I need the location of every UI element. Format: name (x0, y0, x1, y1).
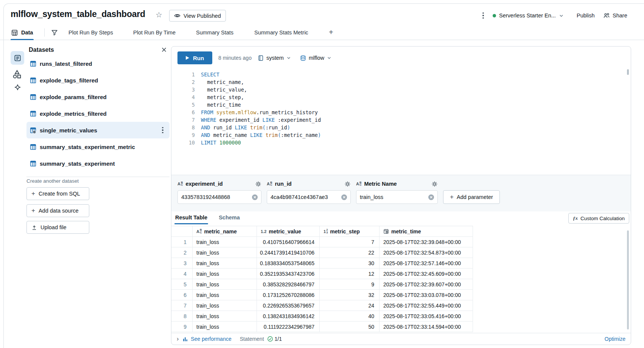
metric-name-input[interactable]: train_loss ✕ (356, 190, 438, 204)
table-cell: 30 (320, 258, 380, 268)
sql-editor[interactable]: 1SELECT2 metric_name,3 metric_value,4 me… (171, 71, 622, 146)
dataset-table-icon (30, 110, 36, 117)
column-header-metric-name[interactable]: ABC metric_name (193, 226, 257, 236)
parameter-label-group: ABC experiment_id (177, 180, 261, 188)
dataset-item[interactable]: summary_stats_experiment (26, 155, 170, 172)
run-id-input[interactable]: 4ca4b98741ce4367ae3 ✕ (267, 190, 351, 204)
people-icon (603, 12, 610, 19)
favorite-star-icon[interactable]: ☆ (156, 10, 162, 19)
column-header-metric-step[interactable]: 123 metric_step (320, 226, 380, 236)
clear-icon[interactable]: ✕ (341, 194, 347, 200)
schema-selector[interactable]: mlflow (300, 51, 331, 64)
editor-scrollbar[interactable] (627, 69, 629, 75)
table-row[interactable]: 6train_loss0.1731252670288086322025-08-1… (171, 290, 473, 300)
experiment-id-input[interactable]: 4335783192448868 ✕ (177, 190, 261, 204)
table-row[interactable]: 4train_loss0.35219353437423706122025-08-… (171, 269, 473, 279)
table-scrollbar[interactable] (627, 230, 629, 329)
row-number: 6 (171, 290, 193, 300)
table-row[interactable]: 8train_loss0.1382431834936142402025-08-1… (171, 311, 473, 322)
code-line: 5 metric_time (171, 101, 622, 109)
optimize-link[interactable]: Optimize (605, 336, 625, 342)
close-icon[interactable] (161, 47, 167, 53)
table-cell: 2025-08-17T02:32:45.609+00:00 (380, 269, 473, 279)
rail-datasets-button[interactable] (11, 51, 24, 65)
catalog-selector[interactable]: system (258, 51, 291, 64)
table-row[interactable]: 5train_loss0.385328292846679792025-08-17… (171, 279, 473, 290)
environment-selector[interactable]: Serverless Starter En... (493, 10, 564, 21)
dataset-item[interactable]: summary_stats_experiment_metric (26, 138, 170, 155)
table-row[interactable]: 7train_loss0.2269265353679657242025-08-1… (171, 300, 473, 311)
tab-summary-stats-metric[interactable]: Summary Stats Metric (254, 25, 308, 40)
tab-result-table[interactable]: Result Table (175, 211, 207, 224)
more-options-icon[interactable] (479, 10, 487, 21)
table-cell: 2025-08-17T02:32:39.048+00:00 (380, 237, 473, 247)
column-header-metric-time[interactable]: metric_time (380, 226, 473, 236)
code-line: 1SELECT (171, 71, 622, 78)
text-type-icon: ABC (177, 182, 183, 186)
table-cell: 2025-08-17T02:32:57.146+00:00 (380, 258, 473, 268)
table-icon (11, 30, 18, 36)
table-cell: 12 (320, 269, 380, 279)
add-data-source-button[interactable]: + Add data source (26, 204, 89, 217)
dataset-item[interactable]: runs_latest_filtered (26, 55, 170, 72)
clear-icon[interactable]: ✕ (428, 194, 434, 200)
tab-data[interactable]: Data (11, 25, 34, 40)
eye-icon (174, 12, 180, 19)
page-title: mlflow_system_table_dashboard (11, 9, 145, 19)
bar-chart-icon (182, 336, 188, 342)
tab-summary-stats[interactable]: Summary Stats (196, 25, 233, 40)
row-number: 7 (171, 300, 193, 311)
table-header-row: ABC metric_name 1.2 metric_value 123 met… (171, 226, 473, 237)
table-row[interactable]: 9train_loss0.1119222342967987502025-08-1… (171, 322, 473, 332)
publish-button[interactable]: Publish (577, 10, 595, 21)
dataset-item-selected[interactable]: single_metric_values (26, 122, 170, 138)
gear-icon[interactable] (344, 181, 351, 187)
dataset-item[interactable]: explode_metrics_filtered (26, 105, 170, 122)
last-run-timestamp: 8 minutes ago (218, 51, 252, 64)
table-cell: train_loss (193, 322, 257, 332)
table-cell: 0.4107516407966614 (257, 237, 320, 247)
run-button[interactable]: Run (177, 51, 212, 64)
line-number: 3 (171, 86, 195, 93)
integer-type-icon: 123 (324, 229, 328, 234)
expand-chevron-icon[interactable]: › (177, 336, 179, 342)
parameters-section: ABC experiment_id ABC run_id ABC Metric … (171, 175, 631, 211)
table-cell: 9 (320, 279, 380, 289)
table-row[interactable]: 3train_loss0.18383340537548065302025-08-… (171, 258, 473, 269)
table-cell: 7 (320, 237, 380, 247)
tab-schema[interactable]: Schema (219, 211, 240, 224)
create-from-sql-button[interactable]: + Create from SQL (26, 187, 89, 200)
table-row[interactable]: 1train_loss0.410751640796661472025-08-17… (171, 237, 473, 247)
filter-funnel-icon[interactable] (51, 29, 58, 36)
code-line: 9AND metric_name LIKE trim(:metric_name) (171, 131, 622, 139)
rail-assistant-button[interactable] (13, 84, 22, 92)
line-number: 5 (171, 101, 195, 109)
code-line: 6FROM system.mlflow.run_metrics_history (171, 109, 622, 116)
gear-icon[interactable] (431, 181, 438, 187)
share-button[interactable]: Share (603, 10, 627, 21)
sparkle-icon (13, 84, 22, 92)
view-published-button[interactable]: View Published (169, 10, 226, 22)
dataset-item[interactable]: explode_params_filtered (26, 89, 170, 105)
tab-plot-run-by-steps[interactable]: Plot Run By Steps (68, 25, 113, 40)
column-header-metric-value[interactable]: 1.2 metric_value (257, 226, 320, 236)
gear-icon[interactable] (255, 181, 261, 187)
dataset-kebab-icon[interactable] (159, 126, 166, 135)
table-row[interactable]: 2train_loss0.24417391419410706222025-08-… (171, 247, 473, 258)
clear-icon[interactable]: ✕ (252, 194, 258, 200)
table-cell: 50 (320, 322, 380, 332)
statement-status: 1/1 (267, 336, 282, 342)
add-page-button[interactable]: + (329, 25, 333, 40)
datasets-list-icon (14, 54, 21, 62)
upload-file-button[interactable]: Upload file (26, 221, 89, 234)
rail-canvas-button[interactable] (12, 69, 22, 79)
fx-icon: ƒx (573, 215, 578, 221)
dataset-table-icon (30, 61, 36, 67)
table-cell: 2025-08-17T02:33:05.416+00:00 (380, 311, 473, 321)
row-number: 2 (171, 247, 193, 258)
add-parameter-button[interactable]: + Add parameter (443, 190, 500, 204)
custom-calculation-button[interactable]: ƒx Custom Calculation (568, 213, 629, 224)
dataset-item[interactable]: explode_tags_filtered (26, 72, 170, 89)
see-performance-link[interactable]: See performance (182, 336, 231, 342)
tab-plot-run-by-time[interactable]: Plot Run By Time (133, 25, 176, 40)
